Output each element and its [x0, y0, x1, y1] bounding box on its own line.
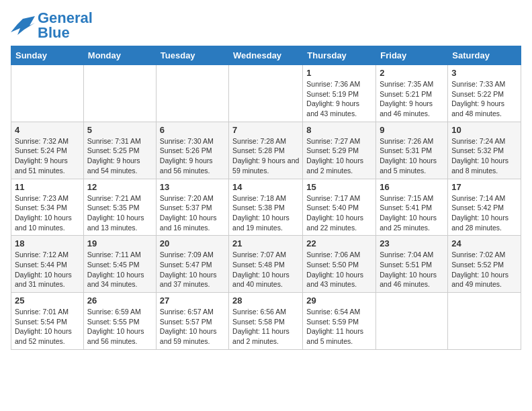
day-number: 24 [451, 238, 517, 248]
day-number: 25 [15, 295, 80, 306]
day-header-thursday: Thursday [303, 46, 376, 65]
day-info: Sunrise: 7:11 AMSunset: 5:45 PMDaylight:… [87, 250, 152, 289]
day-info: Sunrise: 7:33 AMSunset: 5:22 PMDaylight:… [451, 79, 517, 119]
day-number: 23 [380, 238, 444, 248]
day-number: 4 [15, 125, 80, 135]
day-number: 10 [451, 125, 517, 135]
day-cell: 20 Sunrise: 7:09 AMSunset: 5:47 PMDaylig… [156, 236, 228, 293]
day-number: 22 [306, 238, 372, 248]
day-info: Sunrise: 6:56 AMSunset: 5:58 PMDaylight:… [232, 307, 299, 347]
day-cell [376, 293, 448, 350]
day-cell [229, 65, 303, 122]
day-cell: 29 Sunrise: 6:54 AMSunset: 5:59 PMDaylig… [303, 293, 376, 350]
day-info: Sunrise: 7:30 AMSunset: 5:26 PMDaylight:… [160, 136, 225, 176]
day-info: Sunrise: 7:04 AMSunset: 5:51 PMDaylight:… [380, 250, 444, 289]
day-info: Sunrise: 7:09 AMSunset: 5:47 PMDaylight:… [160, 250, 225, 289]
day-cell: 25 Sunrise: 7:01 AMSunset: 5:54 PMDaylig… [11, 293, 84, 350]
day-cell: 21 Sunrise: 7:07 AMSunset: 5:48 PMDaylig… [229, 236, 303, 293]
logo-text: GeneralBlue [38, 11, 93, 40]
day-info: Sunrise: 7:07 AMSunset: 5:48 PMDaylight:… [232, 250, 299, 289]
day-info: Sunrise: 7:24 AMSunset: 5:32 PMDaylight:… [451, 136, 517, 176]
day-number: 20 [160, 238, 225, 248]
day-cell: 5 Sunrise: 7:31 AMSunset: 5:25 PMDayligh… [83, 122, 156, 179]
day-number: 8 [306, 125, 372, 135]
day-info: Sunrise: 7:35 AMSunset: 5:21 PMDaylight:… [380, 79, 444, 119]
week-row-3: 11 Sunrise: 7:23 AMSunset: 5:34 PMDaylig… [11, 179, 521, 236]
day-info: Sunrise: 7:27 AMSunset: 5:29 PMDaylight:… [306, 136, 372, 176]
day-cell: 28 Sunrise: 6:56 AMSunset: 5:58 PMDaylig… [229, 293, 303, 350]
day-cell: 10 Sunrise: 7:24 AMSunset: 5:32 PMDaylig… [448, 122, 521, 179]
day-cell: 19 Sunrise: 7:11 AMSunset: 5:45 PMDaylig… [83, 236, 156, 293]
day-number: 13 [160, 182, 225, 192]
day-info: Sunrise: 7:06 AMSunset: 5:50 PMDaylight:… [306, 250, 372, 289]
day-info: Sunrise: 6:54 AMSunset: 5:59 PMDaylight:… [306, 307, 372, 347]
day-cell: 3 Sunrise: 7:33 AMSunset: 5:22 PMDayligh… [448, 65, 521, 122]
day-number: 6 [160, 125, 225, 135]
day-info: Sunrise: 7:01 AMSunset: 5:54 PMDaylight:… [15, 307, 80, 347]
logo-icon [11, 16, 35, 35]
day-number: 5 [87, 125, 152, 135]
day-number: 29 [306, 295, 372, 306]
day-number: 17 [451, 182, 517, 192]
day-info: Sunrise: 7:14 AMSunset: 5:42 PMDaylight:… [451, 193, 517, 233]
day-info: Sunrise: 7:17 AMSunset: 5:40 PMDaylight:… [306, 193, 372, 233]
day-cell: 16 Sunrise: 7:15 AMSunset: 5:41 PMDaylig… [376, 179, 448, 236]
day-header-saturday: Saturday [448, 46, 521, 65]
day-number: 14 [232, 182, 299, 192]
day-cell: 27 Sunrise: 6:57 AMSunset: 5:57 PMDaylig… [156, 293, 228, 350]
day-cell: 14 Sunrise: 7:18 AMSunset: 5:38 PMDaylig… [229, 179, 303, 236]
day-info: Sunrise: 7:31 AMSunset: 5:25 PMDaylight:… [87, 136, 152, 176]
day-cell: 4 Sunrise: 7:32 AMSunset: 5:24 PMDayligh… [11, 122, 84, 179]
day-cell: 22 Sunrise: 7:06 AMSunset: 5:50 PMDaylig… [303, 236, 376, 293]
day-number: 2 [380, 68, 444, 78]
day-header-monday: Monday [83, 46, 156, 65]
day-cell [156, 65, 228, 122]
page-header: GeneralBlue [11, 11, 521, 40]
day-number: 28 [232, 295, 299, 306]
day-info: Sunrise: 7:21 AMSunset: 5:35 PMDaylight:… [87, 193, 152, 233]
day-info: Sunrise: 7:32 AMSunset: 5:24 PMDaylight:… [15, 136, 80, 176]
day-cell: 15 Sunrise: 7:17 AMSunset: 5:40 PMDaylig… [303, 179, 376, 236]
logo: GeneralBlue [11, 11, 93, 40]
day-cell: 24 Sunrise: 7:02 AMSunset: 5:52 PMDaylig… [448, 236, 521, 293]
day-cell: 17 Sunrise: 7:14 AMSunset: 5:42 PMDaylig… [448, 179, 521, 236]
day-number: 1 [306, 68, 372, 78]
day-header-tuesday: Tuesday [156, 46, 228, 65]
day-number: 7 [232, 125, 299, 135]
day-cell: 7 Sunrise: 7:28 AMSunset: 5:28 PMDayligh… [229, 122, 303, 179]
day-cell: 18 Sunrise: 7:12 AMSunset: 5:44 PMDaylig… [11, 236, 84, 293]
day-number: 12 [87, 182, 152, 192]
day-cell: 23 Sunrise: 7:04 AMSunset: 5:51 PMDaylig… [376, 236, 448, 293]
day-info: Sunrise: 6:57 AMSunset: 5:57 PMDaylight:… [160, 307, 225, 347]
day-number: 19 [87, 238, 152, 248]
day-info: Sunrise: 7:02 AMSunset: 5:52 PMDaylight:… [451, 250, 517, 289]
day-info: Sunrise: 7:36 AMSunset: 5:19 PMDaylight:… [306, 79, 372, 119]
day-info: Sunrise: 7:28 AMSunset: 5:28 PMDaylight:… [232, 136, 299, 176]
day-cell: 6 Sunrise: 7:30 AMSunset: 5:26 PMDayligh… [156, 122, 228, 179]
day-cell: 8 Sunrise: 7:27 AMSunset: 5:29 PMDayligh… [303, 122, 376, 179]
day-info: Sunrise: 7:12 AMSunset: 5:44 PMDaylight:… [15, 250, 80, 289]
day-cell [83, 65, 156, 122]
day-header-row: SundayMondayTuesdayWednesdayThursdayFrid… [11, 46, 521, 65]
day-cell: 2 Sunrise: 7:35 AMSunset: 5:21 PMDayligh… [376, 65, 448, 122]
day-info: Sunrise: 6:59 AMSunset: 5:55 PMDaylight:… [87, 307, 152, 347]
day-number: 18 [15, 238, 80, 248]
day-header-wednesday: Wednesday [229, 46, 303, 65]
day-number: 26 [87, 295, 152, 306]
day-header-sunday: Sunday [11, 46, 84, 65]
svg-marker-0 [11, 16, 35, 35]
day-info: Sunrise: 7:18 AMSunset: 5:38 PMDaylight:… [232, 193, 299, 233]
calendar-table: SundayMondayTuesdayWednesdayThursdayFrid… [11, 46, 521, 350]
day-info: Sunrise: 7:26 AMSunset: 5:31 PMDaylight:… [380, 136, 444, 176]
day-info: Sunrise: 7:23 AMSunset: 5:34 PMDaylight:… [15, 193, 80, 233]
week-row-4: 18 Sunrise: 7:12 AMSunset: 5:44 PMDaylig… [11, 236, 521, 293]
day-cell: 1 Sunrise: 7:36 AMSunset: 5:19 PMDayligh… [303, 65, 376, 122]
day-header-friday: Friday [376, 46, 448, 65]
week-row-2: 4 Sunrise: 7:32 AMSunset: 5:24 PMDayligh… [11, 122, 521, 179]
day-number: 15 [306, 182, 372, 192]
day-number: 3 [451, 68, 517, 78]
day-number: 16 [380, 182, 444, 192]
day-cell: 13 Sunrise: 7:20 AMSunset: 5:37 PMDaylig… [156, 179, 228, 236]
day-info: Sunrise: 7:20 AMSunset: 5:37 PMDaylight:… [160, 193, 225, 233]
day-number: 9 [380, 125, 444, 135]
